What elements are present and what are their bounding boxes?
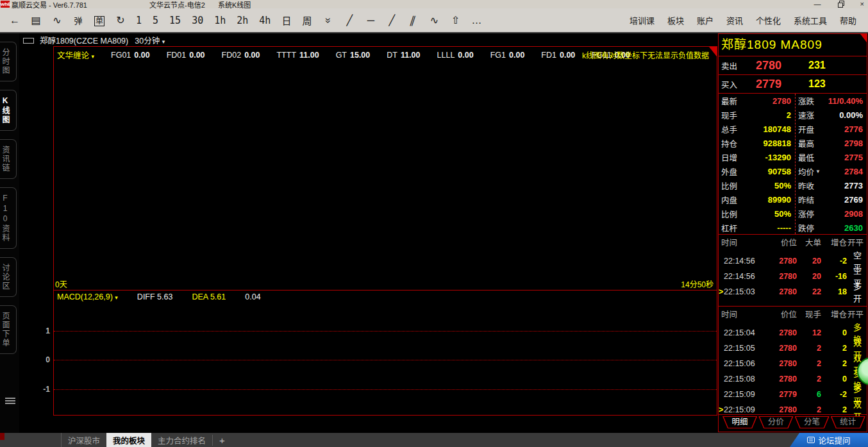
sidebar-tab-page-order[interactable]: 页面下单 [0, 305, 17, 354]
stat-row: 比例50% [719, 207, 795, 221]
stat-row: 现手2 [719, 108, 795, 122]
table-header: 时间 价位 现手 增仓 开平 [719, 307, 867, 321]
trendline-icon[interactable]: ╱ [344, 14, 355, 26]
table-header: 时间 价位 大单 增仓 开平 [719, 235, 867, 249]
period-5min-button[interactable]: 5 [153, 15, 158, 26]
menu-system-tools[interactable]: 系统工具 [794, 14, 827, 26]
quote-panel: 郑醇1809 MA809 卖出 2780 231 买入 2779 123 最新2… [718, 33, 867, 432]
sidebar-tab-f10-info[interactable]: F10资料 [0, 187, 17, 249]
collapse-glyph: » [322, 17, 334, 23]
link-contract-icon[interactable] [23, 37, 33, 43]
board-tab-sh-sz-stocks[interactable]: 沪深股市 [61, 433, 106, 447]
menu-account[interactable]: 账户 [697, 14, 714, 26]
period-week-button[interactable]: 周 [302, 13, 312, 27]
table-row: 22:14:56 2780 20 -16 空平 [719, 264, 867, 280]
period-1h-button[interactable]: 1h [214, 15, 226, 26]
more-tools-icon[interactable]: … [471, 15, 482, 26]
quote-board-icon[interactable]: ▤ [30, 14, 42, 26]
menu-training[interactable]: 培训课 [630, 14, 655, 26]
macd-diff-value: DIFF 5.63 [137, 292, 173, 301]
board-tab-main-contract-ranking[interactable]: 主力合约排名 [151, 433, 212, 447]
parallel-line-icon[interactable]: ∥ [407, 14, 419, 26]
stat-row: 涨跌11/0.40% [796, 94, 867, 108]
macd-bar-value: 0.04 [245, 292, 260, 301]
refresh-icon[interactable]: ↻ [115, 14, 126, 26]
top-menu: 培训课 板块 账户 资讯 个性化 系统工具 帮助 [630, 14, 862, 26]
menu-personalize[interactable]: 个性化 [756, 14, 781, 26]
line-segment-icon[interactable]: ╱ [386, 14, 397, 26]
horizontal-line-icon[interactable]: ─ [365, 15, 376, 26]
indicator-field: GT15.00 [336, 51, 371, 60]
sidebar-tab-newsfeed[interactable]: 资讯链 [0, 139, 17, 179]
period-15min-button[interactable]: 15 [169, 15, 181, 26]
period-4h-button[interactable]: 4h [259, 15, 271, 26]
toolbar: ← ▤ ∿ 弹 单 ↻ 1 5 15 30 1h 2h 4h 日 周 » ╱ ─… [0, 8, 868, 33]
sidebar-tab-discussion[interactable]: 讨论区 [0, 257, 17, 297]
indicator-field: FG10.00 [490, 51, 525, 60]
tab-tick[interactable]: 分笔 [795, 416, 830, 428]
period-1min-button[interactable]: 1 [136, 15, 142, 26]
stat-row: 开盘2776 [796, 122, 867, 136]
stat-row: 最低2775 [796, 150, 867, 164]
quote-title: 郑醇1809 MA809 [719, 34, 867, 56]
table-row: 22:15:04 2780 12 0 多换 [719, 321, 867, 336]
stat-row: 最新2780 [719, 94, 795, 108]
main-chart-panel[interactable]: 文华缠论 ▾ FG010.00 FD010.00 FD020.00 TTTT11… [53, 46, 717, 291]
stat-row: 速涨0.00% [796, 108, 867, 122]
trend-chart-icon[interactable]: ∿ [51, 14, 63, 26]
order-ticket-icon[interactable]: 单 [94, 15, 105, 26]
table-row: 22:15:08 2780 2 0 多换 [719, 367, 867, 382]
indicator-field: FD010.00 [167, 51, 205, 60]
chat-bubble-icon [807, 437, 815, 443]
up-arrow-icon[interactable]: ⇧ [449, 14, 461, 26]
tab-statistics[interactable]: 统计 [831, 416, 865, 428]
indicator-selector[interactable]: 文华缠论 ▾ [57, 49, 94, 61]
stat-row: 外盘90758 [719, 164, 795, 178]
menu-list-icon[interactable] [5, 398, 15, 407]
table-row: >22:15:03 2780 22 18 多开 [719, 280, 867, 295]
average-price-dropdown-icon[interactable]: ▼ [815, 169, 821, 174]
stat-row: 跌停2630 [796, 221, 867, 235]
period-day-button[interactable]: 日 [281, 13, 291, 27]
menu-news[interactable]: 资讯 [726, 14, 743, 26]
macd-panel[interactable]: MACD(12,26,9) ▾ DIFF 5.63 DEA 5.61 0.04 [53, 291, 717, 416]
bid-label: 买入 [721, 78, 756, 90]
panel-pennant-icon [860, 34, 867, 42]
sidebar-tab-timeline[interactable]: 分时图 [0, 42, 17, 81]
bid-volume: 123 [808, 78, 826, 90]
indicator-field: LLLL0.00 [437, 51, 474, 60]
period-2h-button[interactable]: 2h [237, 15, 248, 26]
forum-question-button[interactable]: 论坛提问 [790, 433, 868, 447]
macd-axis-tick: 0 [33, 355, 50, 364]
close-icon[interactable]: × [860, 0, 864, 8]
chart-symbol-label: 郑醇1809(CZCE MA809) [40, 34, 128, 46]
stat-row: 日增-13290 [719, 150, 795, 164]
macd-gridline [54, 331, 717, 332]
back-icon[interactable]: ← [9, 15, 21, 26]
board-tab-my-board[interactable]: 我的板块 [106, 433, 151, 447]
bar-countdown-label: 14分50秒 [681, 278, 714, 289]
stat-row: 杠杆----- [719, 221, 795, 235]
minimize-icon[interactable]: — [814, 0, 821, 8]
stat-row: 涨停2908 [796, 207, 867, 221]
menu-sectors[interactable]: 板块 [667, 14, 684, 26]
macd-gridline [54, 389, 717, 390]
chevron-down-icon: ▾ [162, 38, 165, 45]
quote-stats: 最新2780 现手2 总手180748 持仓928818 日增-13290 外盘… [719, 94, 867, 235]
sidebar-tab-kline[interactable]: K线图 [0, 90, 17, 131]
popup-quote-icon[interactable]: 弹 [72, 14, 84, 26]
indicator-field: FD020.00 [222, 51, 260, 60]
wave-line-icon[interactable]: ∿ [428, 14, 440, 26]
period-30min-button[interactable]: 30 [192, 15, 203, 26]
table-row: >22:15:09 2780 2 2 双开 [719, 398, 867, 413]
chart-period-selector[interactable]: 30分钟 ▾ [135, 34, 165, 46]
order-glyph: 单 [94, 16, 104, 26]
add-board-button[interactable]: + [212, 435, 231, 446]
restore-icon[interactable] [838, 0, 844, 8]
tab-price-distribution[interactable]: 分价 [758, 416, 793, 428]
collapse-panel-icon[interactable]: » [322, 15, 334, 26]
stat-row: 总手180748 [719, 122, 795, 136]
macd-indicator-selector[interactable]: MACD(12,26,9) ▾ [57, 292, 118, 301]
menu-help[interactable]: 帮助 [840, 14, 856, 26]
tab-detail[interactable]: 明细 [722, 416, 757, 428]
